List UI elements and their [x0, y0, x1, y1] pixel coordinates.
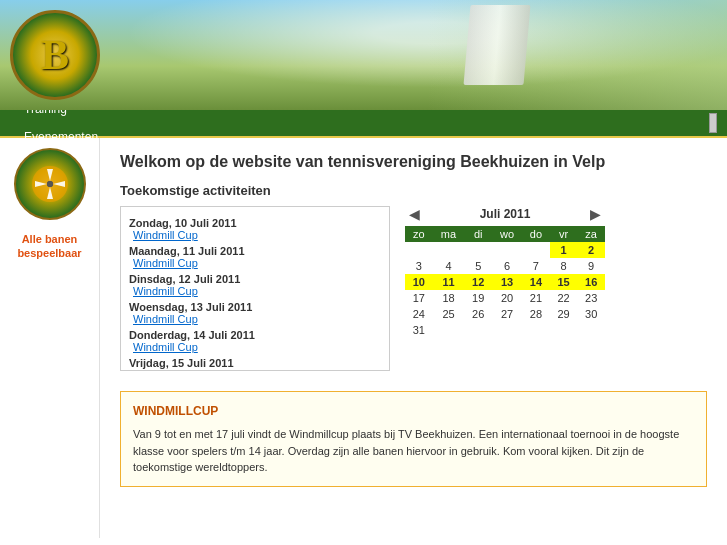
nav-scrollbar[interactable] [709, 113, 717, 133]
calendar-day [522, 242, 550, 258]
calendar-day[interactable]: 1 [550, 242, 578, 258]
calendar-weekday-header: wo [492, 226, 522, 242]
calendar-day [433, 322, 465, 338]
calendar-day[interactable]: 11 [433, 274, 465, 290]
calendar-day[interactable]: 17 [405, 290, 433, 306]
svg-point-6 [47, 181, 53, 187]
calendar-day[interactable]: 12 [464, 274, 492, 290]
calendar-weekday-header: vr [550, 226, 578, 242]
calendar-day[interactable]: 25 [433, 306, 465, 322]
activity-day: Zondag, 10 Juli 2011 [129, 217, 381, 229]
calendar: ◀ Juli 2011 ▶ zomadiwodovrza123456789101… [405, 206, 605, 371]
calendar-day[interactable]: 18 [433, 290, 465, 306]
header-banner: B [0, 0, 727, 110]
calendar-day [522, 322, 550, 338]
calendar-day [492, 322, 522, 338]
activity-day: Maandag, 11 Juli 2011 [129, 245, 381, 257]
calendar-day[interactable]: 4 [433, 258, 465, 274]
news-body: Van 9 tot en met 17 juli vindt de Windmi… [133, 426, 694, 476]
calendar-day[interactable]: 13 [492, 274, 522, 290]
calendar-month: Juli 2011 [480, 207, 531, 221]
calendar-day[interactable]: 10 [405, 274, 433, 290]
calendar-weekday-header: di [464, 226, 492, 242]
news-box: WINDMILLCUP Van 9 tot en met 17 juli vin… [120, 391, 707, 487]
activity-event-link[interactable]: Windmill Cup [133, 341, 381, 353]
activity-event-link[interactable]: Windmill Cup [133, 229, 381, 241]
activity-day: Woensdag, 13 Juli 2011 [129, 301, 381, 313]
activity-event-link[interactable]: Windmill Cup [133, 257, 381, 269]
activity-event-link[interactable]: Windmill Cup [133, 313, 381, 325]
calendar-header: ◀ Juli 2011 ▶ [405, 206, 605, 222]
activity-day: Vrijdag, 15 Juli 2011 [129, 357, 381, 369]
calendar-day [492, 242, 522, 258]
calendar-weekday-header: zo [405, 226, 433, 242]
calendar-next-button[interactable]: ▶ [586, 206, 605, 222]
calendar-day[interactable]: 23 [577, 290, 605, 306]
calendar-weekday-header: do [522, 226, 550, 242]
calendar-day[interactable]: 26 [464, 306, 492, 322]
activity-day: Donderdag, 14 Juli 2011 [129, 329, 381, 341]
sidebar: Alle banen bespeelbaar [0, 138, 100, 538]
calendar-day [550, 322, 578, 338]
activities-row: Zondag, 10 Juli 2011Windmill CupMaandag,… [120, 206, 707, 371]
calendar-weekday-header: ma [433, 226, 465, 242]
calendar-day[interactable]: 27 [492, 306, 522, 322]
calendar-day[interactable]: 28 [522, 306, 550, 322]
calendar-day[interactable]: 9 [577, 258, 605, 274]
activity-day: Dinsdag, 12 Juli 2011 [129, 273, 381, 285]
activities-box[interactable]: Zondag, 10 Juli 2011Windmill CupMaandag,… [120, 206, 390, 371]
activity-event-link[interactable]: Windmill Cup [133, 285, 381, 297]
calendar-day[interactable]: 3 [405, 258, 433, 274]
navigation-bar: AlgemeenJuniorenSeniorenTrainingEvenemen… [0, 110, 727, 138]
calendar-day[interactable]: 5 [464, 258, 492, 274]
sidebar-all-courts-link[interactable]: Alle banen bespeelbaar [17, 232, 81, 261]
calendar-day[interactable]: 24 [405, 306, 433, 322]
calendar-day [464, 242, 492, 258]
calendar-day[interactable]: 30 [577, 306, 605, 322]
calendar-day[interactable]: 15 [550, 274, 578, 290]
calendar-day[interactable]: 16 [577, 274, 605, 290]
calendar-day[interactable]: 31 [405, 322, 433, 338]
calendar-day[interactable]: 8 [550, 258, 578, 274]
windmill-icon [30, 164, 70, 204]
calendar-day [464, 322, 492, 338]
calendar-table: zomadiwodovrza12345678910111213141516171… [405, 226, 605, 338]
calendar-day [433, 242, 465, 258]
calendar-day [405, 242, 433, 258]
main-content: Welkom op de website van tennisverenigin… [100, 138, 727, 538]
news-title: WINDMILLCUP [133, 402, 694, 420]
calendar-day[interactable]: 21 [522, 290, 550, 306]
calendar-day[interactable]: 6 [492, 258, 522, 274]
calendar-day[interactable]: 14 [522, 274, 550, 290]
calendar-day[interactable]: 2 [577, 242, 605, 258]
calendar-day[interactable]: 7 [522, 258, 550, 274]
calendar-day[interactable]: 22 [550, 290, 578, 306]
calendar-day[interactable]: 29 [550, 306, 578, 322]
sidebar-logo [14, 148, 86, 220]
calendar-prev-button[interactable]: ◀ [405, 206, 424, 222]
main-layout: Alle banen bespeelbaar Welkom op de webs… [0, 138, 727, 538]
section-title: Toekomstige activiteiten [120, 183, 707, 198]
calendar-day[interactable]: 20 [492, 290, 522, 306]
page-title: Welkom op de website van tennisverenigin… [120, 153, 707, 171]
calendar-day [577, 322, 605, 338]
activity-event-link[interactable]: Windmill Cup [133, 369, 381, 371]
calendar-weekday-header: za [577, 226, 605, 242]
calendar-day[interactable]: 19 [464, 290, 492, 306]
